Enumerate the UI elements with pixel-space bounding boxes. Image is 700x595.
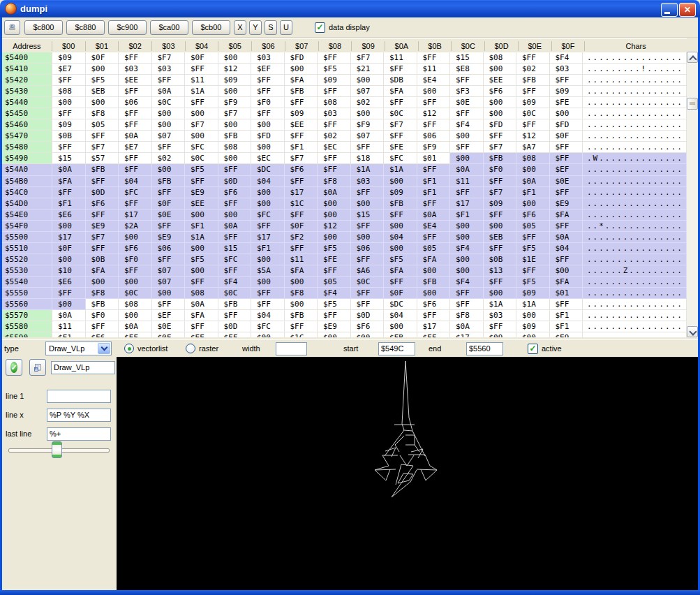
hex-cell[interactable]: $FE <box>384 142 417 153</box>
start-input[interactable] <box>378 342 415 355</box>
hex-cell[interactable]: $FB <box>384 332 417 337</box>
hex-cell[interactable]: $F6 <box>218 187 252 198</box>
hex-cell[interactable]: $00 <box>484 64 517 75</box>
hex-cell[interactable]: $FF <box>52 142 86 153</box>
address-cell[interactable]: $54C0 <box>2 187 52 198</box>
scroll-down-button[interactable] <box>687 326 698 337</box>
address-cell[interactable]: $5440 <box>2 97 52 108</box>
address-cell[interactable]: $5410 <box>2 64 52 75</box>
hex-cell[interactable]: $FB <box>484 153 517 164</box>
name-input[interactable] <box>51 361 115 374</box>
hex-cell[interactable]: $FF <box>484 210 517 221</box>
hex-cell[interactable]: $E4 <box>417 221 451 232</box>
hex-cell[interactable]: $F4 <box>318 288 351 299</box>
hex-cell[interactable]: $0A <box>52 164 86 175</box>
hex-cell[interactable]: $FF <box>285 210 318 221</box>
hex-cell[interactable]: $FF <box>185 321 218 332</box>
hex-cell[interactable]: $0E <box>152 321 186 332</box>
hex-cell[interactable]: $FF <box>550 299 583 310</box>
hex-cell[interactable]: $03 <box>318 108 351 119</box>
hex-cell[interactable]: $F7 <box>484 187 517 198</box>
hex-cell[interactable]: $F3 <box>450 86 484 97</box>
hex-cell[interactable]: $05 <box>516 221 550 232</box>
hex-cell[interactable]: $00 <box>185 210 218 221</box>
address-cell[interactable]: $5500 <box>2 232 52 243</box>
hex-cell[interactable]: $17 <box>285 187 318 198</box>
hex-cell[interactable]: $FF <box>318 164 351 175</box>
hex-cell[interactable]: $0A <box>450 164 484 175</box>
hex-cell[interactable]: $E9 <box>86 221 119 232</box>
hex-cell[interactable]: $09 <box>484 198 517 210</box>
address-cell[interactable]: $5480 <box>2 142 52 153</box>
hex-cell[interactable]: $FD <box>484 119 517 131</box>
address-cell[interactable]: $5420 <box>2 75 52 86</box>
hex-cell[interactable]: $FB <box>516 75 550 86</box>
hex-cell[interactable]: $FF <box>550 75 583 86</box>
hex-cell[interactable]: $FF <box>384 131 417 142</box>
hex-cell[interactable]: $FF <box>318 265 351 277</box>
hex-cell[interactable]: $15 <box>52 153 86 164</box>
hex-cell[interactable]: $E9 <box>318 321 351 332</box>
address-cell[interactable]: $5560 <box>2 299 52 310</box>
hex-cell[interactable]: $00 <box>417 288 451 299</box>
hex-cell[interactable]: $EB <box>86 86 119 97</box>
hex-cell[interactable]: $FF <box>450 108 484 119</box>
hex-cell[interactable]: $00 <box>417 86 451 97</box>
hex-cell[interactable]: $09 <box>516 321 550 332</box>
hex-cell[interactable]: $FF <box>351 142 385 153</box>
linex-input[interactable] <box>47 409 111 422</box>
hex-cell[interactable]: $FF <box>52 187 86 198</box>
hex-cell[interactable]: $F1 <box>52 332 86 337</box>
hex-cell[interactable]: $FF <box>218 310 252 321</box>
hex-cell[interactable]: $07 <box>152 265 186 277</box>
hex-cell[interactable]: $FF <box>251 221 285 232</box>
hex-cell[interactable]: $21 <box>351 64 385 75</box>
hex-cell[interactable]: $0A <box>516 176 550 187</box>
hex-cell[interactable]: $FF <box>251 288 285 299</box>
hex-cell[interactable]: $04 <box>251 310 285 321</box>
hex-cell[interactable]: $FF <box>318 86 351 97</box>
hex-cell[interactable]: $FF <box>417 97 451 108</box>
address-cell[interactable]: $5540 <box>2 277 52 288</box>
hex-cell[interactable]: $FF <box>550 221 583 232</box>
hex-cell[interactable]: $1A <box>484 299 517 310</box>
hex-cell[interactable]: $FF <box>285 321 318 332</box>
address-cell[interactable]: $5450 <box>2 108 52 119</box>
hex-cell[interactable]: $FF <box>218 265 252 277</box>
address-cell[interactable]: $5430 <box>2 86 52 97</box>
hex-cell[interactable]: $00 <box>516 332 550 337</box>
hex-cell[interactable]: $FF <box>119 153 152 164</box>
hex-cell[interactable]: $FA <box>86 265 119 277</box>
hex-cell[interactable]: $FA <box>417 254 451 265</box>
hex-cell[interactable]: $0A <box>152 86 186 97</box>
hex-cell[interactable]: $F6 <box>484 86 517 97</box>
hex-cell[interactable]: $06 <box>417 131 451 142</box>
hex-cell[interactable]: $F7 <box>218 108 252 119</box>
hex-cell[interactable]: $00 <box>152 164 186 175</box>
hex-cell[interactable]: $FF <box>119 119 152 131</box>
hex-cell[interactable]: $F6 <box>86 332 119 337</box>
hex-cell[interactable]: $FF <box>86 243 119 254</box>
hex-cell[interactable]: $07 <box>351 86 385 97</box>
hex-cell[interactable]: $E7 <box>52 64 86 75</box>
hex-cell[interactable]: $08 <box>318 97 351 108</box>
hex-cell[interactable]: $FF <box>484 243 517 254</box>
hex-cell[interactable]: $F1 <box>285 142 318 153</box>
hex-cell[interactable]: $0C <box>119 288 152 299</box>
hex-cell[interactable]: $F7 <box>484 142 517 153</box>
hex-cell[interactable]: $1A <box>351 164 385 175</box>
hex-cell[interactable]: $0A <box>450 321 484 332</box>
hex-cell[interactable]: $17 <box>251 232 285 243</box>
hex-cell[interactable]: $00 <box>86 64 119 75</box>
address-cell[interactable]: $5460 <box>2 119 52 131</box>
hex-cell[interactable]: $FF <box>86 210 119 221</box>
address-cell[interactable]: $5520 <box>2 254 52 265</box>
hex-cell[interactable]: $02 <box>152 153 186 164</box>
hex-cell[interactable]: $0A <box>185 299 218 310</box>
hex-cell[interactable]: $FF <box>152 75 186 86</box>
minimize-button[interactable] <box>661 3 678 17</box>
hex-cell[interactable]: $11 <box>384 52 417 64</box>
hex-cell[interactable]: $17 <box>52 232 86 243</box>
hex-cell[interactable]: $00 <box>185 131 218 142</box>
hex-cell[interactable]: $FF <box>516 86 550 97</box>
